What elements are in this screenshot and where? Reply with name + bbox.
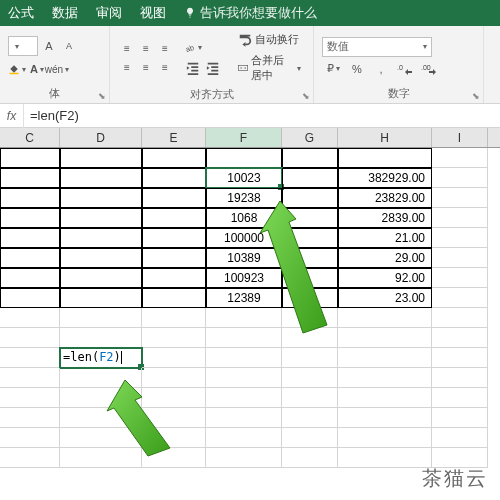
font-color-button[interactable]: A▾	[28, 60, 46, 78]
tab-formula[interactable]: 公式	[8, 4, 34, 22]
tell-me-search[interactable]: 告诉我你想要做什么	[184, 4, 317, 22]
increase-decimal-button[interactable]: .0	[394, 60, 416, 78]
cell[interactable]	[0, 228, 60, 248]
cell[interactable]	[60, 148, 142, 168]
col-header-H[interactable]: H	[338, 128, 432, 147]
percent-button[interactable]: %	[346, 60, 368, 78]
cell[interactable]	[432, 228, 488, 248]
formula-input[interactable]: =len(F2)	[24, 108, 500, 123]
col-header-G[interactable]: G	[282, 128, 338, 147]
cell[interactable]	[282, 288, 338, 308]
increase-indent-button[interactable]	[204, 59, 222, 77]
cell[interactable]	[206, 348, 282, 368]
cell[interactable]	[206, 408, 282, 428]
col-header-C[interactable]: C	[0, 128, 60, 147]
cell[interactable]	[206, 148, 282, 168]
cell[interactable]	[142, 268, 206, 288]
cell[interactable]	[338, 428, 432, 448]
col-header-D[interactable]: D	[60, 128, 142, 147]
font-launcher-icon[interactable]: ⬊	[98, 91, 106, 101]
cell[interactable]	[142, 348, 206, 368]
align-launcher-icon[interactable]: ⬊	[302, 91, 310, 101]
cell[interactable]	[60, 428, 142, 448]
cell[interactable]	[0, 348, 60, 368]
cell[interactable]	[0, 308, 60, 328]
cell[interactable]	[338, 448, 432, 468]
cell[interactable]	[282, 148, 338, 168]
cell[interactable]	[282, 328, 338, 348]
align-left-button[interactable]: ≡	[118, 58, 136, 76]
font-size-dropdown[interactable]: ▾	[8, 36, 38, 56]
cell[interactable]	[142, 228, 206, 248]
cell[interactable]	[432, 188, 488, 208]
cell[interactable]	[432, 288, 488, 308]
cell[interactable]	[142, 408, 206, 428]
cell[interactable]	[142, 168, 206, 188]
cell[interactable]: 100923	[206, 268, 282, 288]
cell[interactable]: 10389	[206, 248, 282, 268]
cell[interactable]: 12389	[206, 288, 282, 308]
cell[interactable]: 21.00	[338, 228, 432, 248]
cell[interactable]	[60, 288, 142, 308]
cell[interactable]	[432, 328, 488, 348]
tab-data[interactable]: 数据	[52, 4, 78, 22]
cell[interactable]	[432, 208, 488, 228]
cell[interactable]	[432, 428, 488, 448]
cell[interactable]	[432, 408, 488, 428]
cell[interactable]	[0, 168, 60, 188]
cell[interactable]	[60, 368, 142, 388]
cell[interactable]	[60, 328, 142, 348]
cell[interactable]	[60, 168, 142, 188]
cell[interactable]	[60, 448, 142, 468]
cell[interactable]	[282, 428, 338, 448]
cell[interactable]	[282, 408, 338, 428]
cell[interactable]	[338, 328, 432, 348]
cell[interactable]	[0, 388, 60, 408]
col-header-I[interactable]: I	[432, 128, 488, 147]
cell[interactable]	[432, 368, 488, 388]
wrap-text-button[interactable]: 自动换行	[234, 30, 305, 49]
cell[interactable]	[432, 248, 488, 268]
cell[interactable]	[60, 228, 142, 248]
cell[interactable]: 29.00	[338, 248, 432, 268]
cell[interactable]	[142, 328, 206, 348]
cell[interactable]	[142, 208, 206, 228]
decrease-indent-button[interactable]	[184, 59, 202, 77]
cell[interactable]: 1068	[206, 208, 282, 228]
cell[interactable]	[338, 348, 432, 368]
align-top-button[interactable]: ≡	[118, 39, 136, 57]
cell[interactable]	[60, 408, 142, 428]
cell[interactable]: 19238	[206, 188, 282, 208]
cell[interactable]	[282, 308, 338, 328]
fx-icon[interactable]: fx	[0, 104, 24, 128]
align-bottom-button[interactable]: ≡	[156, 39, 174, 57]
cell[interactable]	[142, 388, 206, 408]
cell[interactable]	[60, 248, 142, 268]
cell[interactable]	[282, 348, 338, 368]
cell[interactable]	[206, 428, 282, 448]
cell[interactable]	[0, 408, 60, 428]
cell[interactable]	[142, 188, 206, 208]
cell[interactable]	[432, 348, 488, 368]
cell[interactable]	[282, 228, 338, 248]
cell[interactable]	[282, 188, 338, 208]
cell[interactable]	[0, 188, 60, 208]
cell[interactable]	[142, 448, 206, 468]
cell[interactable]	[338, 408, 432, 428]
cell[interactable]	[0, 328, 60, 348]
cell[interactable]	[432, 148, 488, 168]
cell[interactable]	[60, 188, 142, 208]
cell[interactable]	[206, 388, 282, 408]
cell[interactable]	[282, 168, 338, 188]
cell[interactable]	[142, 248, 206, 268]
cell[interactable]	[0, 288, 60, 308]
align-center-button[interactable]: ≡	[137, 58, 155, 76]
phonetic-button[interactable]: wén▾	[48, 60, 66, 78]
cell[interactable]	[206, 328, 282, 348]
increase-font-button[interactable]: A	[40, 37, 58, 55]
cell[interactable]	[0, 208, 60, 228]
cell[interactable]	[0, 428, 60, 448]
number-launcher-icon[interactable]: ⬊	[472, 91, 480, 101]
cell[interactable]	[282, 248, 338, 268]
cell[interactable]	[0, 368, 60, 388]
